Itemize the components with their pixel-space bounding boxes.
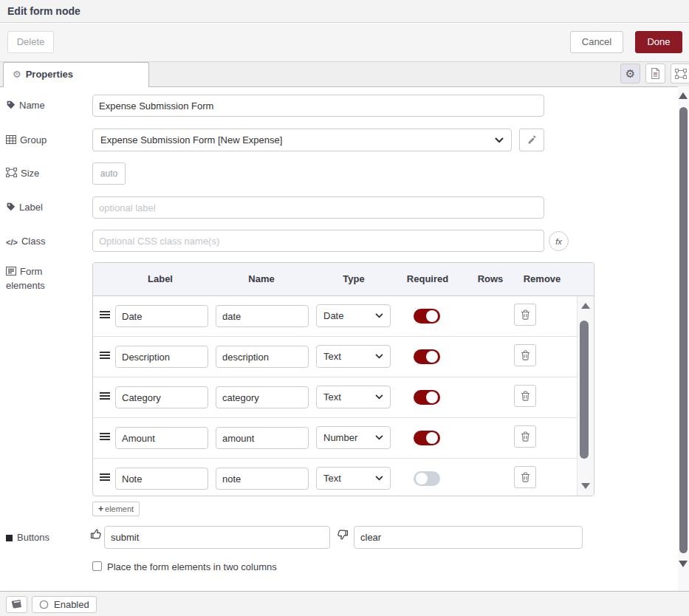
toggle-knob	[426, 432, 438, 444]
drag-handle-icon[interactable]	[100, 473, 110, 482]
element-name-input[interactable]	[216, 386, 309, 408]
element-type-value: Text	[323, 391, 341, 403]
trash-button[interactable]	[514, 425, 536, 448]
element-type-value: Date	[323, 310, 343, 321]
label-field-label: Label	[6, 202, 43, 213]
element-name-input[interactable]	[216, 346, 309, 368]
done-button[interactable]: Done	[635, 31, 682, 53]
properties-tab-button[interactable]: ⚙	[620, 64, 640, 83]
scroll-up-arrow-icon[interactable]	[581, 303, 590, 309]
cancel-button[interactable]: Cancel	[570, 31, 623, 53]
trash-icon	[521, 431, 530, 442]
tab-properties[interactable]: ⚙Properties	[3, 62, 149, 87]
scrollbar-thumb[interactable]	[580, 321, 589, 459]
group-select-value: Expense Submission Form [New Expense]	[100, 134, 282, 146]
required-toggle[interactable]	[414, 431, 440, 445]
trash-icon	[521, 309, 530, 320]
tab-properties-label: Properties	[26, 69, 73, 80]
trash-button[interactable]	[514, 344, 536, 366]
edit-group-button[interactable]	[519, 129, 544, 151]
size-field-label: Size	[6, 168, 39, 179]
column-header-required: Required	[407, 263, 448, 295]
required-toggle[interactable]	[414, 390, 440, 405]
required-toggle[interactable]	[414, 309, 440, 324]
element-type-value: Text	[323, 351, 341, 362]
element-name-input[interactable]	[216, 305, 309, 327]
submit-button-text-input[interactable]	[104, 526, 330, 549]
document-icon	[651, 68, 660, 79]
drag-handle-icon[interactable]	[100, 311, 110, 320]
gear-icon: ⚙	[625, 67, 635, 81]
element-type-value: Number	[323, 432, 357, 443]
element-label-input[interactable]	[115, 346, 208, 368]
pencil-icon	[527, 135, 537, 145]
element-label-input[interactable]	[115, 305, 208, 327]
drag-handle-icon[interactable]	[100, 392, 110, 401]
element-type-select[interactable]: Text	[316, 345, 391, 368]
element-type-select[interactable]: Date	[316, 304, 391, 327]
element-label-input[interactable]	[115, 468, 208, 490]
group-select[interactable]: Expense Submission Form [New Expense]	[92, 129, 512, 151]
element-type-select[interactable]: Number	[316, 426, 391, 449]
dialog-scrollbar[interactable]	[678, 86, 689, 591]
dialog-title: Edit form node	[0, 0, 689, 23]
scroll-down-arrow-icon[interactable]	[581, 483, 590, 489]
gear-icon: ⚙	[13, 63, 21, 86]
dialog-toolbar: Delete Cancel Done	[0, 24, 689, 62]
drag-handle-icon[interactable]	[100, 352, 110, 360]
table-scrollbar[interactable]	[577, 296, 594, 496]
element-label-input[interactable]	[115, 427, 208, 449]
class-dynamic-button[interactable]: fx	[549, 231, 569, 251]
element-type-select[interactable]: Text	[316, 386, 391, 408]
node-enabled-toggle[interactable]: Enabled	[32, 596, 97, 613]
element-type-select[interactable]: Text	[316, 467, 391, 490]
add-element-button[interactable]: +element	[92, 502, 140, 516]
fx-icon: fx	[555, 237, 562, 246]
two-columns-checkbox[interactable]	[92, 561, 102, 571]
element-name-input[interactable]	[216, 427, 309, 449]
table-row: Number	[93, 418, 577, 459]
node-help-button[interactable]	[6, 596, 27, 613]
element-name-input[interactable]	[216, 468, 309, 490]
form-elements-table: Label Name Type Required Rows Remove Dat…	[92, 262, 594, 496]
status-circle-icon	[39, 600, 49, 609]
appearance-tab-button[interactable]	[671, 64, 689, 83]
scrollbar-thumb[interactable]	[679, 107, 688, 553]
trash-button[interactable]	[514, 466, 536, 488]
clear-button-text-input[interactable]	[354, 526, 583, 549]
column-header-rows: Rows	[478, 263, 504, 295]
trash-button[interactable]	[514, 385, 536, 407]
buttons-field-label: Buttons	[6, 532, 49, 543]
table-row: Text	[93, 459, 577, 496]
column-header-type: Type	[343, 263, 364, 295]
two-columns-checkbox-label: Place the form elements in two columns	[107, 561, 277, 572]
scroll-down-arrow-icon[interactable]	[679, 561, 688, 567]
trash-icon	[521, 391, 530, 401]
scroll-up-arrow-icon[interactable]	[679, 92, 688, 99]
list-icon	[6, 267, 16, 276]
class-field-label: </>Class	[6, 236, 45, 247]
dialog-footer: Enabled	[0, 591, 689, 616]
form-elements-table-header: Label Name Type Required Rows Remove	[93, 263, 594, 296]
drag-handle-icon[interactable]	[100, 433, 110, 442]
trash-button[interactable]	[514, 304, 536, 326]
required-toggle[interactable]	[414, 471, 440, 486]
toggle-knob	[416, 473, 428, 485]
required-toggle[interactable]	[414, 349, 440, 364]
delete-button[interactable]: Delete	[7, 31, 54, 53]
table-row: Text	[93, 337, 577, 377]
plus-icon: +	[98, 504, 103, 514]
chevron-down-icon	[495, 137, 504, 143]
toggle-knob	[426, 351, 438, 363]
element-label-input[interactable]	[115, 386, 208, 408]
class-input[interactable]	[92, 230, 544, 252]
description-tab-button[interactable]	[645, 64, 665, 83]
label-input[interactable]	[92, 196, 544, 219]
enabled-label: Enabled	[54, 599, 89, 610]
name-input[interactable]	[92, 95, 544, 117]
table-row: Date	[93, 296, 577, 337]
code-icon: </>	[6, 238, 18, 247]
element-type-value: Text	[323, 473, 341, 484]
tag-icon	[6, 202, 16, 211]
size-auto-button[interactable]: auto	[92, 162, 126, 185]
